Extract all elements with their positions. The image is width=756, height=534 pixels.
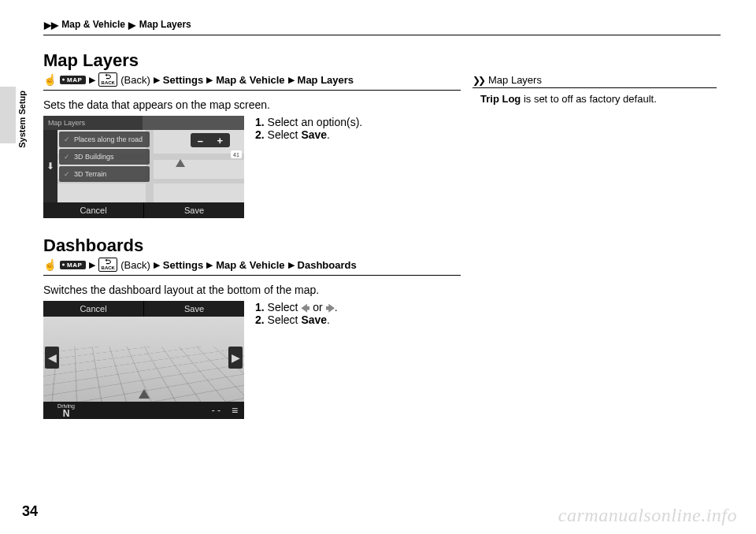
ss1-header: Map Layers [43, 116, 143, 130]
ss1-option-item: ✓ Places along the road [59, 132, 150, 147]
arrow-right-icon [326, 304, 335, 313]
step-number: 2. [255, 128, 265, 141]
main-column: Map Layers ☝ MAP ▶ ⮌ BACK (Back) ▶ Setti… [43, 50, 461, 419]
chevron-right-icon: ▶ [206, 260, 213, 270]
section1-row: Map Layers ⬇ ✓ Places along the road ✓ 3… [43, 116, 461, 218]
breadcrumb-part1: Map & Vehicle [61, 19, 125, 30]
arrow-left-icon [301, 304, 309, 313]
screenshot-map-layers: Map Layers ⬇ ✓ Places along the road ✓ 3… [43, 116, 244, 218]
arrow-left-icon: ◀ [45, 347, 59, 369]
step-number: 1. [255, 116, 265, 128]
note-icon: ❯❯ [472, 75, 484, 86]
back-label: (Back) [120, 74, 150, 86]
step-number: 1. [255, 301, 265, 313]
ss2-top-bar: Cancel Save [43, 301, 244, 317]
hand-icon: ☝ [43, 74, 57, 85]
breadcrumb-part2: Map Layers [139, 19, 191, 30]
driving-direction: N [63, 409, 70, 418]
vehicle-cursor-icon [176, 159, 185, 167]
menu-icon: ≡ [225, 404, 244, 417]
divider [43, 35, 721, 35]
ss1-cancel-button: Cancel [43, 202, 144, 218]
ss1-speed-badge: 41 [231, 150, 242, 158]
side-tab [0, 87, 16, 143]
chevron-right-icon: ▶ [154, 75, 160, 85]
step-text-c: . [335, 301, 338, 313]
section2-steps: 1. Select or . 2. Select Save. [255, 301, 338, 326]
section1-description: Sets the data that appears on the map sc… [43, 98, 461, 111]
path-settings: Settings [163, 74, 203, 86]
back-button-icon: ⮌ BACK [98, 72, 117, 87]
step-text-a: Select [268, 313, 302, 326]
ss2-cancel-button: Cancel [43, 301, 144, 317]
path-map-vehicle: Map & Vehicle [216, 259, 284, 271]
sidebar-heading: ❯❯ Map Layers [472, 74, 717, 86]
nav-path-dashboards: ☝ MAP ▶ ⮌ BACK (Back) ▶ Settings ▶ Map &… [43, 258, 461, 272]
breadcrumb: ▶▶ Map & Vehicle ▶ Map Layers [43, 19, 191, 31]
sidebar-title: Map Layers [488, 74, 542, 86]
map-button-icon: MAP [60, 261, 86, 269]
divider [43, 90, 461, 91]
arrow-right-icon: ▶ [228, 347, 243, 369]
sidebar-body-bold: Trip Log [480, 93, 521, 105]
chevron-right-icon: ▶ [288, 260, 295, 270]
watermark: carmanualsonline.info [558, 505, 737, 526]
step-number: 2. [255, 313, 265, 326]
side-tab-label: System Setup [17, 91, 27, 148]
step-text-c: . [327, 313, 330, 326]
chevron-right-icon: ▶ [128, 20, 135, 31]
dash-value: - - [212, 405, 220, 416]
ss1-option-label: 3D Buildings [74, 153, 114, 161]
check-icon: ✓ [63, 154, 70, 161]
ss1-option-label: Places along the road [74, 135, 143, 143]
back-arrow-icon: ⮌ [105, 259, 111, 265]
ss1-zoom-control: – + [191, 133, 230, 147]
zoom-out-icon: – [198, 135, 203, 146]
sidebar-body: Trip Log is set to off as factory defaul… [472, 93, 717, 105]
ss1-bottom-bar: Cancel Save [43, 202, 244, 218]
ss1-option-item: ✓ 3D Buildings [59, 149, 150, 165]
step-text-b: or [309, 301, 325, 313]
back-label: (Back) [120, 259, 150, 271]
page-number: 34 [22, 503, 38, 520]
back-arrow-icon: ⮌ [105, 74, 111, 80]
step-text-b: Save [301, 128, 327, 141]
vehicle-cursor-icon [139, 389, 150, 399]
section-title-dashboards: Dashboards [43, 235, 461, 256]
sidebar-body-text: is set to off as factory default. [521, 93, 656, 105]
back-text: BACK [102, 80, 115, 85]
ss1-option-label: 3D Terrain [74, 170, 106, 178]
step-text-c: . [327, 128, 330, 141]
chevron-right-icon: ▶ [288, 75, 295, 85]
chevron-right-icon: ▶ [89, 260, 95, 270]
screenshot-dashboards: Cancel Save ◀ ▶ Driving N - - ≡ [43, 301, 244, 419]
step-1: 1. Select an option(s). [255, 116, 362, 128]
nav-path-map-layers: ☝ MAP ▶ ⮌ BACK (Back) ▶ Settings ▶ Map &… [43, 72, 461, 87]
check-icon: ✓ [63, 171, 70, 178]
back-button-icon: ⮌ BACK [98, 258, 117, 272]
check-icon: ✓ [63, 136, 70, 143]
step-2: 2. Select Save. [255, 313, 338, 326]
section2-row: Cancel Save ◀ ▶ Driving N - - ≡ [43, 301, 461, 419]
path-settings: Settings [163, 259, 203, 271]
chevron-right-icon: ▶ [206, 75, 213, 85]
path-dashboards: Dashboards [298, 259, 357, 271]
ss1-option-list: ✓ Places along the road ✓ 3D Buildings ✓… [59, 132, 150, 182]
section-title-map-layers: Map Layers [43, 50, 461, 71]
step-text-a: Select [268, 128, 302, 141]
divider [43, 275, 461, 276]
step-2: 2. Select Save. [255, 128, 362, 141]
step-text-b: Save [301, 313, 327, 326]
map-button-icon: MAP [60, 76, 86, 84]
ss1-save-button: Save [144, 202, 244, 218]
ss2-bottom-bar: Driving N - - ≡ [43, 402, 244, 419]
path-map-vehicle: Map & Vehicle [216, 74, 284, 86]
hand-icon: ☝ [43, 259, 57, 270]
chevron-right-icon: ▶ [154, 260, 160, 270]
back-text: BACK [102, 265, 115, 270]
step-text-a: Select [268, 301, 302, 313]
divider [472, 87, 717, 88]
ss1-scroll-down-icon: ⬇ [43, 130, 57, 202]
ss2-save-button: Save [144, 301, 244, 317]
sidebar-note: ❯❯ Map Layers Trip Log is set to off as … [472, 74, 717, 105]
